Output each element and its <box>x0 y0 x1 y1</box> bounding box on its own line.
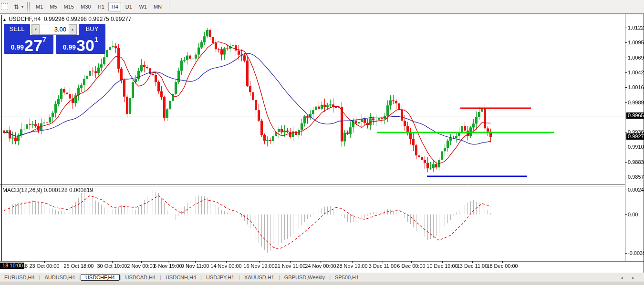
time-axis-label: 18 Dec 00:00 <box>487 263 518 269</box>
tile-windows-icon[interactable]: ⇅ <box>11 2 21 11</box>
tab-xauusd-h1[interactable]: XAUUSD,H1 <box>240 274 279 281</box>
buy-price-pip: 1 <box>94 35 98 43</box>
time-axis-label: 30 Oct 10:00 <box>97 263 127 269</box>
price-axis-label: 1.00160 <box>628 84 644 90</box>
chart-tab-bar: EURUSD,H4|AUDUSD,H4|USDCHF,H4|USDCAD,H4|… <box>0 273 644 282</box>
tab-eurusd-h4[interactable]: EURUSD,H4 <box>0 274 39 281</box>
timeframe-button-m30[interactable]: M30 <box>78 2 93 11</box>
tab-audusd-h4[interactable]: AUDUSD,H4 <box>40 274 79 281</box>
timeframe-button-w1[interactable]: W1 <box>136 2 150 11</box>
mt4-window: ⇅ ▾ M1M5M15M30H1H4D1W1MN ▲USDCHF,H4 0.99… <box>0 0 644 285</box>
chart-ohlc-values: 0.99296 0.99298 0.99275 0.99277 <box>44 16 132 22</box>
tab-scroll-left-icon[interactable]: ◄ <box>620 275 624 280</box>
time-axis-label: 13 Dec 11:00 <box>457 263 488 269</box>
sell-price-main: 27 <box>24 38 42 53</box>
time-axis-label: 24 Nov 00:00 <box>305 263 336 269</box>
price-axis-value-box: 0.99277 <box>626 133 644 140</box>
time-axis-label: 6 Dec 00:00 <box>397 263 425 269</box>
time-axis-label: 28 Nov 19:00 <box>336 263 367 269</box>
timeframe-button-d1[interactable]: D1 <box>122 2 135 11</box>
macd-axis-label: 0.002492 <box>628 187 644 193</box>
timeframe-button-mn[interactable]: MN <box>151 2 165 11</box>
timeframe-toolbar: M1M5M15M30H1H4D1W1MN <box>32 0 165 14</box>
collapse-panel-arrow[interactable]: ▲ <box>2 17 7 22</box>
tab-scroll-right-icon[interactable]: ► <box>631 275 635 280</box>
time-axis-label: 23 Oct 00:00 <box>30 263 60 269</box>
time-axis-label: 16 Nov 19:00 <box>243 263 274 269</box>
volume-input[interactable] <box>40 24 69 34</box>
price-axis-label: 1.00690 <box>628 55 644 61</box>
one-click-trading-panel: SELL ▼ ▲ BUY 0.99 27 7 0.99 30 1 <box>4 24 105 54</box>
timeframe-button-h4[interactable]: H4 <box>108 2 121 11</box>
tab-usdcnh-h4[interactable]: USDCNH,H4 <box>161 274 200 281</box>
price-axis-label: 0.98835 <box>628 159 644 165</box>
time-axis-label: 14 Nov 00:00 <box>210 263 241 269</box>
macd-indicator-label: MACD(12,26,9) 0.000128 0.000819 <box>2 187 93 193</box>
buy-price-prefix: 0.99 <box>63 43 76 51</box>
sell-price-pip: 7 <box>42 35 46 43</box>
price-axis-label: 1.00955 <box>628 40 644 45</box>
time-axis-label: 9 Nov 11:00 <box>181 263 209 269</box>
price-axis-label: 1.00425 <box>628 70 644 75</box>
price-axis-value-box: 0.99651 <box>626 112 644 119</box>
volume-decrease-button[interactable]: ▼ <box>32 24 40 34</box>
sell-price-box[interactable]: 0.99 27 7 <box>4 35 53 54</box>
sell-button[interactable]: SELL <box>4 24 30 35</box>
time-axis-label: 10 Dec 19:00 <box>426 263 457 269</box>
volume-increase-button[interactable]: ▲ <box>69 24 76 34</box>
chart-title: ▲USDCHF,H4 0.99296 0.99298 0.99275 0.992… <box>2 16 131 22</box>
time-axis-label: 3 Dec 11:00 <box>369 263 397 269</box>
price-axis-label: 0.98570 <box>628 174 644 180</box>
volume-spinner: ▼ ▲ <box>31 24 77 35</box>
tab-gbpusd-weekly[interactable]: GBPUSD,Weekly <box>280 274 329 281</box>
time-axis-highlight-box: .18 10:00 <box>0 263 24 269</box>
toolbar: ⇅ ▾ M1M5M15M30H1H4D1W1MN <box>0 0 644 14</box>
bottom-strip <box>0 282 644 285</box>
time-axis-label: 21 Nov 11:00 <box>275 263 306 269</box>
time-axis-label: 18 <box>22 263 28 269</box>
price-axis-label: 1.01220 <box>628 25 644 31</box>
macd-axis-label: -0.003913 <box>628 250 644 256</box>
timeframe-button-m5[interactable]: M5 <box>47 2 60 11</box>
price-axis-label: 0.99895 <box>628 100 644 105</box>
time-axis-label: 25 Oct 18:00 <box>64 263 94 269</box>
chevron-down-icon[interactable]: ▾ <box>21 5 23 9</box>
chart-window-icon[interactable] <box>1 2 10 11</box>
timeframe-button-m15[interactable]: M15 <box>61 2 77 11</box>
buy-price-main: 30 <box>76 38 94 53</box>
tab-sp500-h1[interactable]: SP500,H1 <box>331 274 363 281</box>
chart-symbol-period: USDCHF,H4 <box>9 16 41 22</box>
timeframe-button-m1[interactable]: M1 <box>33 2 46 11</box>
tab-usdcad-h4[interactable]: USDCAD,H4 <box>121 274 160 281</box>
macd-axis-label: 0.00 <box>628 212 638 217</box>
time-axis-label: 6 Nov 19:00 <box>154 263 182 269</box>
sell-price-prefix: 0.99 <box>11 43 24 51</box>
price-axis-label: 0.99100 <box>628 144 644 150</box>
tab-usdchf-h4[interactable]: USDCHF,H4 <box>81 274 120 281</box>
timeframe-button-h1[interactable]: H1 <box>94 2 107 11</box>
buy-button[interactable]: BUY <box>79 24 105 35</box>
buy-price-box[interactable]: 0.99 30 1 <box>56 35 105 54</box>
time-axis-label: 2 Nov 00:00 <box>127 263 155 269</box>
toolbar-grip[interactable] <box>27 2 30 11</box>
toolbar-separator <box>169 2 169 11</box>
tab-usdjpy-h1[interactable]: USDJPY,H1 <box>202 274 239 281</box>
